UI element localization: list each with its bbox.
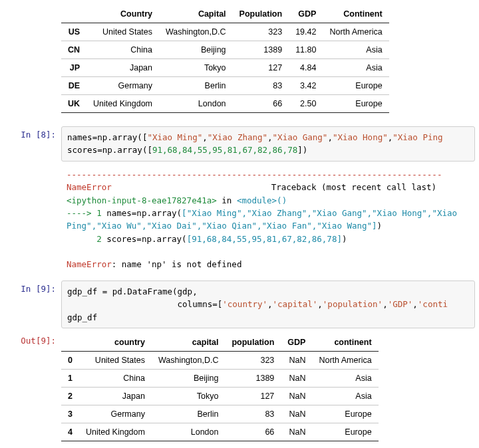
- col-index: [61, 334, 79, 352]
- table-row: 1ChinaBeijing1389NaNAsia: [61, 369, 379, 387]
- code-input-9[interactable]: gdp_df = pd.DataFrame(gdp, columns=['cou…: [61, 280, 475, 328]
- cell-9-output-row: Out[9]: country capital population GDP c…: [4, 332, 475, 448]
- prior-output-area: Country Capital Population GDP Continent…: [61, 4, 475, 122]
- table-row: 0United StatesWashington,D.C323NaNNorth …: [61, 351, 379, 369]
- traceback-label: Traceback (most recent call last): [271, 182, 436, 192]
- table-row: 2JapanTokyo127NaNAsia: [61, 387, 379, 405]
- prompt-in-9: In [9]:: [4, 280, 61, 328]
- code-input-8[interactable]: names=np.array(["Xiao Ming","Xiao Zhang"…: [61, 126, 475, 162]
- cell-8-output-row: ----------------------------------------…: [4, 166, 475, 277]
- col-index: [61, 5, 86, 23]
- col-continent: Continent: [323, 5, 389, 23]
- col-gdp: GDP: [289, 5, 323, 23]
- module-ref: <module>: [237, 195, 277, 205]
- col-capital: Capital: [159, 5, 233, 23]
- table-head: country capital population GDP continent: [61, 334, 379, 352]
- prompt-out-9: Out[9]:: [4, 332, 61, 448]
- traceback-divider: ----------------------------------------…: [67, 169, 442, 179]
- traceback-arrow: ----> 1: [67, 208, 106, 218]
- prompt-in-8: In [8]:: [4, 126, 61, 162]
- table-row: DEGermanyBerlin833.42Europe: [61, 77, 389, 95]
- cell-9-input-row: In [9]: gdp_df = pd.DataFrame(gdp, colum…: [4, 280, 475, 328]
- col-continent: continent: [312, 334, 378, 352]
- table-row: UKUnited KingdomLondon662.50Europe: [61, 95, 389, 113]
- table-row: JPJapanTokyo1274.84Asia: [61, 59, 389, 77]
- col-population: population: [225, 334, 281, 352]
- table-row: USUnited StatesWashington,D.C32319.42Nor…: [61, 23, 389, 41]
- output-area-9: country capital population GDP continent…: [61, 332, 475, 448]
- table-head: Country Capital Population GDP Continent: [61, 5, 389, 23]
- traceback-8: ----------------------------------------…: [61, 166, 475, 277]
- prior-output-row: Country Capital Population GDP Continent…: [4, 4, 475, 122]
- table-row: CNChinaBeijing138911.80Asia: [61, 41, 389, 59]
- table-row: 3GermanyBerlin83NaNEurope: [61, 405, 379, 423]
- col-country: country: [79, 334, 152, 352]
- dataframe-table-9: country capital population GDP continent…: [61, 334, 379, 441]
- error-message: : name 'np' is not defined: [112, 259, 242, 269]
- error-name: NameError: [67, 182, 112, 192]
- table-body: USUnited StatesWashington,D.C32319.42Nor…: [61, 23, 389, 113]
- ipython-input-ref: <ipython-input-8-eae17827e41a>: [67, 195, 217, 205]
- col-population: Population: [233, 5, 289, 23]
- col-capital: capital: [152, 334, 226, 352]
- error-name-final: NameError: [67, 259, 112, 269]
- prior-output-prompt: [4, 4, 61, 122]
- col-gdp: GDP: [281, 334, 312, 352]
- table-row: 4United KingdomLondon66NaNEurope: [61, 423, 379, 441]
- table-body: 0United StatesWashington,D.C323NaNNorth …: [61, 351, 379, 441]
- dataframe-table-top: Country Capital Population GDP Continent…: [61, 5, 389, 113]
- cell-8-output-prompt: [4, 166, 61, 277]
- cell-8-input-row: In [8]: names=np.array(["Xiao Ming","Xia…: [4, 126, 475, 162]
- col-country: Country: [86, 5, 159, 23]
